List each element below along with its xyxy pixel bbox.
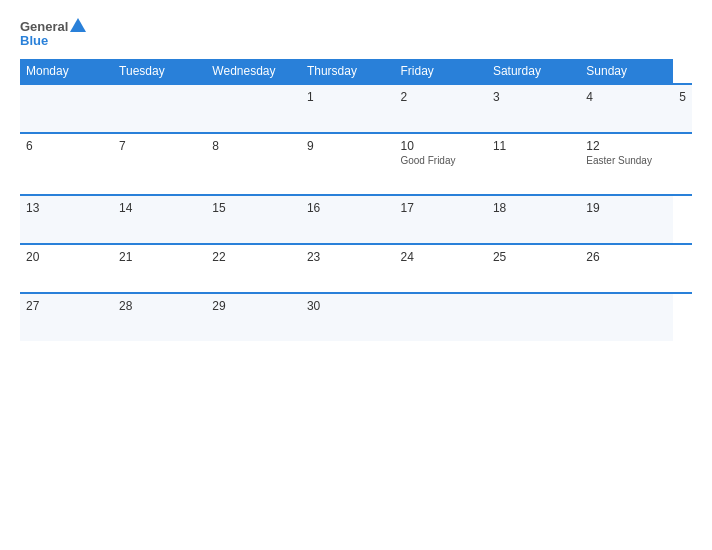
logo-blue: Blue <box>20 34 48 47</box>
calendar-cell: 2 <box>394 84 486 133</box>
day-number: 24 <box>400 250 480 264</box>
day-number: 12 <box>586 139 667 153</box>
calendar-cell: 11 <box>487 133 580 195</box>
calendar-cell: 13 <box>20 195 113 244</box>
calendar-cell: 22 <box>206 244 301 293</box>
calendar-cell: 29 <box>206 293 301 341</box>
calendar-cell <box>206 84 301 133</box>
weekday-header: Wednesday <box>206 59 301 84</box>
calendar-cell <box>113 84 206 133</box>
day-number: 17 <box>400 201 480 215</box>
day-number: 19 <box>586 201 667 215</box>
weekday-row: MondayTuesdayWednesdayThursdayFridaySatu… <box>20 59 692 84</box>
weekday-header: Thursday <box>301 59 395 84</box>
calendar-cell: 24 <box>394 244 486 293</box>
calendar-cell <box>487 293 580 341</box>
calendar-cell: 30 <box>301 293 395 341</box>
calendar-cell <box>580 293 673 341</box>
day-number: 20 <box>26 250 107 264</box>
calendar-cell: 20 <box>20 244 113 293</box>
day-event: Good Friday <box>400 155 480 166</box>
calendar-cell: 10Good Friday <box>394 133 486 195</box>
calendar-cell: 19 <box>580 195 673 244</box>
day-number: 13 <box>26 201 107 215</box>
calendar-cell: 8 <box>206 133 301 195</box>
calendar-body: 12345678910Good Friday1112Easter Sunday1… <box>20 84 692 341</box>
day-number: 15 <box>212 201 295 215</box>
calendar-cell: 26 <box>580 244 673 293</box>
calendar-week-row: 20212223242526 <box>20 244 692 293</box>
day-number: 18 <box>493 201 574 215</box>
calendar-cell: 21 <box>113 244 206 293</box>
calendar-cell: 4 <box>580 84 673 133</box>
day-number: 3 <box>493 90 574 104</box>
day-number: 26 <box>586 250 667 264</box>
calendar-table: MondayTuesdayWednesdayThursdayFridaySatu… <box>20 59 692 341</box>
calendar-cell <box>20 84 113 133</box>
day-event: Easter Sunday <box>586 155 667 166</box>
day-number: 22 <box>212 250 295 264</box>
calendar-cell: 27 <box>20 293 113 341</box>
calendar-cell: 7 <box>113 133 206 195</box>
day-number: 8 <box>212 139 295 153</box>
logo-general: General <box>20 20 68 33</box>
day-number: 1 <box>307 90 389 104</box>
calendar-header: MondayTuesdayWednesdayThursdayFridaySatu… <box>20 59 692 84</box>
calendar-cell: 1 <box>301 84 395 133</box>
day-number: 23 <box>307 250 389 264</box>
day-number: 30 <box>307 299 389 313</box>
calendar-cell: 18 <box>487 195 580 244</box>
logo: General Blue <box>20 18 86 47</box>
calendar-cell: 25 <box>487 244 580 293</box>
day-number: 2 <box>400 90 480 104</box>
day-number: 9 <box>307 139 389 153</box>
day-number: 6 <box>26 139 107 153</box>
day-number: 5 <box>679 90 686 104</box>
calendar-cell <box>394 293 486 341</box>
page: General Blue MondayTuesdayWednesdayThurs… <box>0 0 712 550</box>
calendar-week-row: 13141516171819 <box>20 195 692 244</box>
calendar-cell: 15 <box>206 195 301 244</box>
calendar-week-row: 12345 <box>20 84 692 133</box>
day-number: 27 <box>26 299 107 313</box>
logo-triangle-icon <box>70 18 86 32</box>
calendar-cell: 5 <box>673 84 692 133</box>
calendar-cell: 9 <box>301 133 395 195</box>
weekday-header: Tuesday <box>113 59 206 84</box>
day-number: 10 <box>400 139 480 153</box>
day-number: 29 <box>212 299 295 313</box>
day-number: 14 <box>119 201 200 215</box>
day-number: 7 <box>119 139 200 153</box>
calendar-cell: 23 <box>301 244 395 293</box>
calendar-cell: 28 <box>113 293 206 341</box>
day-number: 16 <box>307 201 389 215</box>
header: General Blue <box>20 18 692 47</box>
day-number: 21 <box>119 250 200 264</box>
calendar-cell: 14 <box>113 195 206 244</box>
day-number: 25 <box>493 250 574 264</box>
calendar-week-row: 27282930 <box>20 293 692 341</box>
weekday-header: Friday <box>394 59 486 84</box>
calendar-cell: 6 <box>20 133 113 195</box>
calendar-cell: 12Easter Sunday <box>580 133 673 195</box>
weekday-header: Saturday <box>487 59 580 84</box>
calendar-cell: 16 <box>301 195 395 244</box>
day-number: 11 <box>493 139 574 153</box>
calendar-cell: 3 <box>487 84 580 133</box>
day-number: 4 <box>586 90 667 104</box>
weekday-header: Monday <box>20 59 113 84</box>
calendar-week-row: 678910Good Friday1112Easter Sunday <box>20 133 692 195</box>
day-number: 28 <box>119 299 200 313</box>
weekday-header: Sunday <box>580 59 673 84</box>
calendar-cell: 17 <box>394 195 486 244</box>
